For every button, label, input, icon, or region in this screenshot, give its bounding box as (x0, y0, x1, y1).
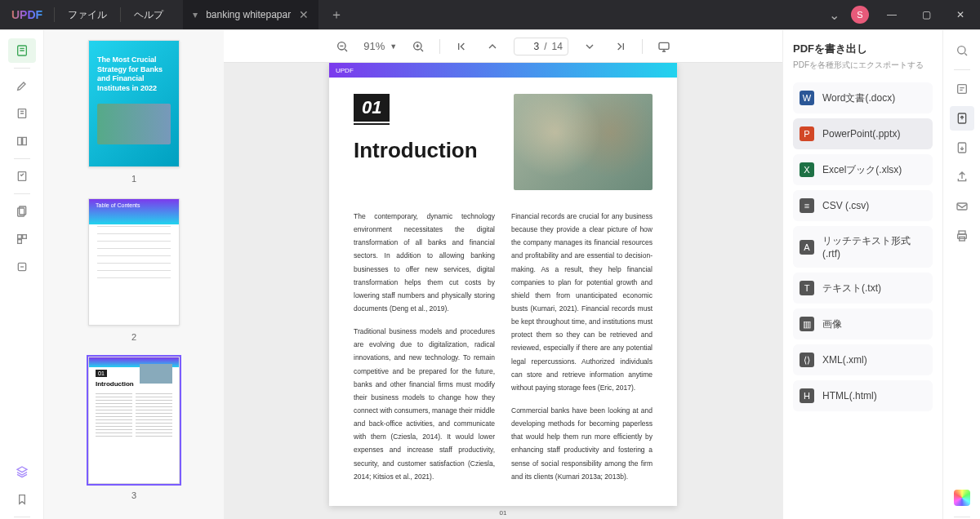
menu-help[interactable]: ヘルプ (121, 0, 176, 29)
page-total: 14 (551, 41, 562, 52)
header-image (514, 94, 653, 190)
body-text: Traditional business models and procedur… (354, 325, 495, 483)
window-close-button[interactable]: ✕ (949, 3, 972, 26)
titlebar: UPDF ファイル ヘルプ ▾ banking whitepapar ✕ ＋ ⌄… (0, 0, 980, 29)
page-indicator: / 14 (514, 38, 568, 55)
form-tool[interactable] (8, 164, 36, 189)
redact-tool[interactable] (8, 255, 36, 279)
svg-rect-2 (18, 172, 25, 181)
export-html[interactable]: HHTML(.html) (793, 380, 933, 411)
new-tab-button[interactable]: ＋ (318, 7, 354, 24)
ocr-icon[interactable] (950, 77, 974, 101)
main-area: The Most Crucial Strategy for Banks and … (0, 29, 980, 519)
image-icon: ▥ (800, 317, 814, 331)
powerpoint-icon: P (800, 126, 814, 141)
page-input[interactable] (519, 41, 539, 52)
window-maximize-button[interactable]: ▢ (915, 3, 938, 26)
thumbnail-panel: The Most Crucial Strategy for Banks and … (44, 30, 224, 519)
compress-icon[interactable] (950, 135, 974, 160)
export-panel: PDFを書き出し PDFを各種形式にエクスポートする WWord文書(.docx… (782, 30, 942, 519)
export-title: PDFを書き出し (793, 42, 933, 56)
thumbnail-page-3[interactable]: 01 Introduction (88, 357, 180, 484)
next-page-button[interactable] (580, 37, 599, 56)
page-sep: / (544, 41, 546, 52)
csv-icon: ≡ (800, 198, 814, 213)
print-icon[interactable] (950, 224, 974, 248)
viewer: 91% ▼ / 14 UPDF 0 (224, 30, 782, 519)
book-tool[interactable] (8, 129, 36, 153)
last-page-button[interactable] (611, 37, 630, 56)
left-tool-rail (0, 30, 44, 519)
thumb2-toc: Table of Contents (89, 199, 179, 211)
layers-icon[interactable] (8, 459, 36, 484)
zoom-dropdown-icon[interactable]: ▼ (390, 42, 397, 51)
pages-tool[interactable] (8, 199, 36, 224)
thumb1-label: 1 (131, 174, 136, 184)
rtf-icon: A (800, 240, 814, 255)
menu-file[interactable]: ファイル (55, 0, 120, 29)
body-text: The contemporary, dynamic technology env… (354, 210, 495, 315)
svg-rect-5 (17, 235, 21, 239)
excel-icon: X (800, 162, 814, 177)
highlight-tool[interactable] (8, 73, 36, 98)
body-text: Commercial banks have been looking at an… (511, 404, 653, 483)
theme-icon[interactable] (950, 486, 974, 510)
right-tool-rail (942, 30, 980, 519)
export-rtf[interactable]: Aリッチテキスト形式(.rtf) (793, 226, 933, 268)
tab-close-icon[interactable]: ✕ (299, 8, 309, 21)
html-icon: H (800, 388, 814, 403)
export-powerpoint[interactable]: PPowerPoint(.pptx) (793, 118, 933, 149)
note-tool[interactable] (8, 101, 36, 126)
user-avatar[interactable]: S (851, 6, 869, 24)
section-title: Introduction (354, 138, 497, 163)
word-icon: W (800, 91, 814, 105)
thumb2-label: 2 (131, 332, 136, 342)
window-minimize-button[interactable]: — (880, 3, 903, 26)
export-subtitle: PDFを各種形式にエクスポートする (793, 60, 933, 71)
svg-rect-7 (17, 240, 21, 244)
tab-title: banking whitepapar (206, 9, 291, 20)
thumb1-title: The Most Crucial Strategy for Banks and … (89, 41, 179, 99)
titlebar-chevron-icon[interactable]: ⌄ (829, 7, 840, 23)
section-number: 01 (354, 94, 390, 122)
search-icon[interactable] (950, 38, 974, 63)
prev-page-button[interactable] (483, 37, 502, 56)
export-xml[interactable]: ⟨⟩XML(.xml) (793, 344, 933, 375)
export-csv[interactable]: ≡CSV (.csv) (793, 190, 933, 221)
page-brand: UPDF (336, 67, 354, 74)
tab-dropdown-icon[interactable]: ▾ (193, 9, 198, 20)
first-page-button[interactable] (452, 37, 471, 56)
document-tab[interactable]: ▾ banking whitepapar ✕ (183, 0, 318, 29)
page-content: UPDF 01 Introduction The contemporary, d… (329, 63, 677, 506)
thumbnail-page-1[interactable]: The Most Crucial Strategy for Banks and … (88, 40, 180, 167)
thumbnail-page-2[interactable]: Table of Contents (88, 198, 180, 326)
bookmark-icon[interactable] (8, 487, 36, 512)
thumb3-label: 3 (131, 490, 136, 500)
reader-tool[interactable] (8, 38, 36, 63)
document-canvas[interactable]: UPDF 01 Introduction The contemporary, d… (224, 63, 782, 519)
xml-icon: ⟨⟩ (800, 353, 814, 367)
share-icon[interactable] (950, 165, 974, 189)
export-excel[interactable]: XExcelブック(.xlsx) (793, 154, 933, 185)
svg-rect-11 (659, 42, 669, 49)
export-image[interactable]: ▥画像 (793, 308, 933, 339)
svg-rect-13 (957, 85, 966, 94)
crop-tool[interactable] (8, 227, 36, 251)
present-button[interactable] (654, 37, 674, 56)
txt-icon: T (800, 281, 814, 295)
email-icon[interactable] (950, 194, 974, 219)
svg-rect-16 (957, 203, 967, 210)
export-word[interactable]: WWord文書(.docx) (793, 82, 933, 113)
app-logo: UPDF (0, 8, 54, 21)
svg-rect-6 (22, 235, 26, 239)
body-text: Financial records are crucial for any bu… (511, 210, 653, 394)
zoom-in-button[interactable] (408, 37, 428, 56)
svg-point-12 (957, 47, 964, 54)
viewer-toolbar: 91% ▼ / 14 (224, 30, 782, 63)
export-txt[interactable]: Tテキスト(.txt) (793, 273, 933, 304)
zoom-value: 91% (363, 40, 385, 52)
zoom-out-button[interactable] (332, 37, 352, 56)
export-icon[interactable] (950, 106, 974, 131)
page-number: 01 (329, 509, 677, 517)
